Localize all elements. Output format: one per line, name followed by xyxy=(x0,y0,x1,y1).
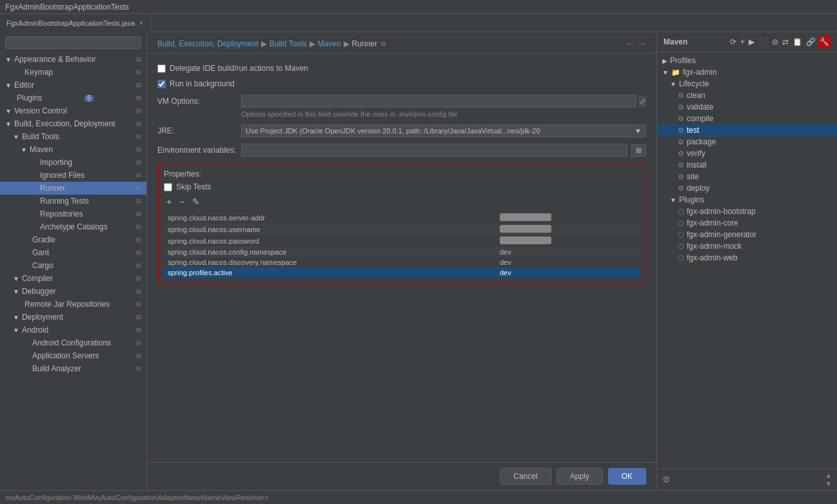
maven-wrench-button[interactable]: 🔧 xyxy=(818,36,831,48)
ok-button[interactable]: OK xyxy=(608,468,646,485)
maven-plugin-fgx-admin-core[interactable]: ⬡fgx-admin-core xyxy=(657,217,837,229)
maven-profiles-item[interactable]: ▶ Profiles xyxy=(657,55,837,66)
maven-lifecycle-test[interactable]: ⚙test xyxy=(657,124,837,136)
maven-lifecycle-install[interactable]: ⚙install xyxy=(657,159,837,171)
maven-lifecycle-compile[interactable]: ⚙compile xyxy=(657,113,837,124)
breadcrumb-part3[interactable]: Maven xyxy=(318,39,341,48)
props-row-5[interactable]: spring.profiles.activedev xyxy=(164,267,640,278)
sidebar-item-11[interactable]: Running Tests⊟ xyxy=(0,195,146,208)
sidebar-item-3[interactable]: Plugins5⊟ xyxy=(0,92,146,104)
background-checkbox[interactable] xyxy=(157,80,166,88)
sidebar-item-12[interactable]: Repositories⊟ xyxy=(0,208,146,220)
sidebar-item-1[interactable]: Keymap⊟ xyxy=(0,66,146,79)
maven-toggle-button[interactable]: ⇄ xyxy=(781,36,790,48)
close-icon[interactable]: ✕ xyxy=(139,19,144,26)
jre-dropdown[interactable]: Use Project JDK (Oracle OpenJDK version … xyxy=(241,124,646,137)
remove-property-button[interactable]: − xyxy=(177,195,187,208)
plugin-icon-3: ⬡ xyxy=(678,242,684,251)
page-icon-2: ⊟ xyxy=(136,82,141,88)
forward-button[interactable]: → xyxy=(637,39,646,49)
sidebar-item-13[interactable]: Archetype Catalogs⊟ xyxy=(0,220,146,233)
back-button[interactable]: ← xyxy=(625,39,635,49)
maven-link-button[interactable]: 🔗 xyxy=(805,36,817,48)
sidebar-item-5[interactable]: ▼Build, Execution, Deployment⊟ xyxy=(0,117,146,130)
sidebar-item-24[interactable]: Build Analyzer⊟ xyxy=(0,362,146,375)
sidebar-item-21[interactable]: ▼Android⊟ xyxy=(0,324,146,336)
maven-lifecycle-clean[interactable]: ⚙clean xyxy=(657,90,837,101)
props-row-2[interactable]: spring.cloud.nacos.password xyxy=(164,235,640,247)
maven-project-item[interactable]: ▼ 📁 fgx-admin xyxy=(657,66,837,78)
sidebar-item-0[interactable]: ▼Appearance & Behavior⊟ xyxy=(0,53,146,66)
sidebar-item-6[interactable]: ▼Build Tools⊟ xyxy=(0,130,146,143)
cancel-button[interactable]: Cancel xyxy=(500,468,551,485)
sidebar-item-7[interactable]: ▼Maven⊟ xyxy=(0,143,146,156)
maven-scroll-up-button[interactable]: ▲ xyxy=(825,472,832,479)
sidebar-item-23[interactable]: Application Servers⊟ xyxy=(0,349,146,362)
maven-scroll-down-button[interactable]: ▼ xyxy=(825,480,832,487)
env-input[interactable] xyxy=(241,144,627,157)
maven-plugin-fgx-admin-generator[interactable]: ⬡fgx-admin-generator xyxy=(657,229,837,240)
lifecycle-item-label-6: install xyxy=(687,160,707,170)
sidebar-item-15[interactable]: Gant⊟ xyxy=(0,246,146,259)
maven-lifecycle-verify[interactable]: ⚙verify xyxy=(657,148,837,159)
sidebar-item-18[interactable]: ▼Debugger⊟ xyxy=(0,285,146,298)
blurred-value-2 xyxy=(500,237,551,244)
sidebar-item-10[interactable]: Runner⊟ xyxy=(0,182,146,195)
maven-lifecycle-item[interactable]: ▼ Lifecycle xyxy=(657,78,837,90)
sidebar-item-22[interactable]: Android Configurations⊟ xyxy=(0,336,146,349)
apply-button[interactable]: Apply xyxy=(556,468,603,485)
add-property-button[interactable]: + xyxy=(164,195,174,208)
delegate-checkbox[interactable] xyxy=(157,64,166,73)
sidebar-item-4[interactable]: ▼Version Control⊟ xyxy=(0,104,146,117)
skip-tests-label[interactable]: Skip Tests xyxy=(176,182,211,191)
project-arrow-icon: ▼ xyxy=(662,69,669,76)
plugins-label: Plugins xyxy=(679,195,704,204)
maven-lifecycle-deploy[interactable]: ⚙deploy xyxy=(657,182,837,194)
maven-refresh-button[interactable]: ⟳ xyxy=(729,36,738,48)
skip-tests-checkbox[interactable] xyxy=(164,183,172,191)
maven-plugin-fgx-admin-mock[interactable]: ⬡fgx-admin-mock xyxy=(657,240,837,252)
props-row-4[interactable]: spring.cloud.nacos.discovery.namespacede… xyxy=(164,257,640,267)
props-row-0[interactable]: spring.cloud.nacos.server-addr xyxy=(164,212,640,224)
env-label: Environment variables: xyxy=(157,146,241,155)
sidebar-item-8[interactable]: Importing⊟ xyxy=(0,156,146,169)
sidebar-item-20[interactable]: ▼Deployment⊟ xyxy=(0,311,146,324)
maven-lifecycle-site[interactable]: ⚙site xyxy=(657,171,837,182)
sidebar-item-17[interactable]: ▼Compiler⊟ xyxy=(0,272,146,285)
maven-debug-button[interactable]: ⬛ xyxy=(757,36,769,48)
maven-profile-button[interactable]: 📋 xyxy=(791,36,803,48)
maven-run-button[interactable]: ▶ xyxy=(747,36,756,48)
background-label[interactable]: Run in background xyxy=(157,79,235,88)
props-row-3[interactable]: spring.cloud.nacos.config.namespacedev xyxy=(164,247,640,257)
active-tab[interactable]: FgxAdminBootstrapApplicationTests.java ✕ xyxy=(0,14,151,32)
sidebar-item-14[interactable]: Gradle⊟ xyxy=(0,233,146,246)
sidebar-item-19[interactable]: Remote Jar Repositories⊟ xyxy=(0,298,146,311)
sidebar-label-5: Build, Execution, Deployment xyxy=(14,119,115,128)
sidebar-item-9[interactable]: Ignored Files⊟ xyxy=(0,169,146,182)
vm-options-expand-button[interactable]: ⤢ xyxy=(639,97,646,106)
maven-lifecycle-validate[interactable]: ⚙validate xyxy=(657,101,837,113)
sidebar-label-17: Compiler xyxy=(22,274,53,283)
maven-settings-button[interactable]: ⚙ xyxy=(662,474,671,485)
breadcrumb-part2[interactable]: Build Tools xyxy=(270,39,307,48)
maven-plugins-item[interactable]: ▼ Plugins xyxy=(657,194,837,206)
maven-plugin-fgx-admin-web[interactable]: ⬡fgx-admin-web xyxy=(657,252,837,264)
edit-property-button[interactable]: ✎ xyxy=(190,195,202,208)
page-icon-18: ⊟ xyxy=(136,288,141,295)
plugins-arrow-icon: ▼ xyxy=(670,197,676,204)
page-icon-0: ⊟ xyxy=(136,56,141,63)
vm-options-input[interactable] xyxy=(241,95,636,108)
maven-skip-button[interactable]: ⊘ xyxy=(771,36,780,48)
sidebar-item-2[interactable]: ▼Editor⊟ xyxy=(0,79,146,92)
maven-plugin-fgx-admin-bootstrap[interactable]: ⬡fgx-admin-bootstrap xyxy=(657,206,837,217)
breadcrumb-part1[interactable]: Build, Execution, Deployment xyxy=(157,39,259,48)
maven-add-button[interactable]: + xyxy=(739,36,746,48)
maven-lifecycle-package[interactable]: ⚙package xyxy=(657,136,837,148)
delegate-label[interactable]: Delegate IDE build/run actions to Maven xyxy=(157,64,308,73)
arrow-icon-18: ▼ xyxy=(13,288,19,295)
search-input[interactable] xyxy=(5,36,141,49)
props-row-1[interactable]: spring.cloud.nacos.username xyxy=(164,224,640,235)
arrow-icon-5: ▼ xyxy=(5,121,12,128)
env-browse-button[interactable]: ⊞ xyxy=(631,144,646,157)
sidebar-item-16[interactable]: Cargo⊟ xyxy=(0,259,146,272)
